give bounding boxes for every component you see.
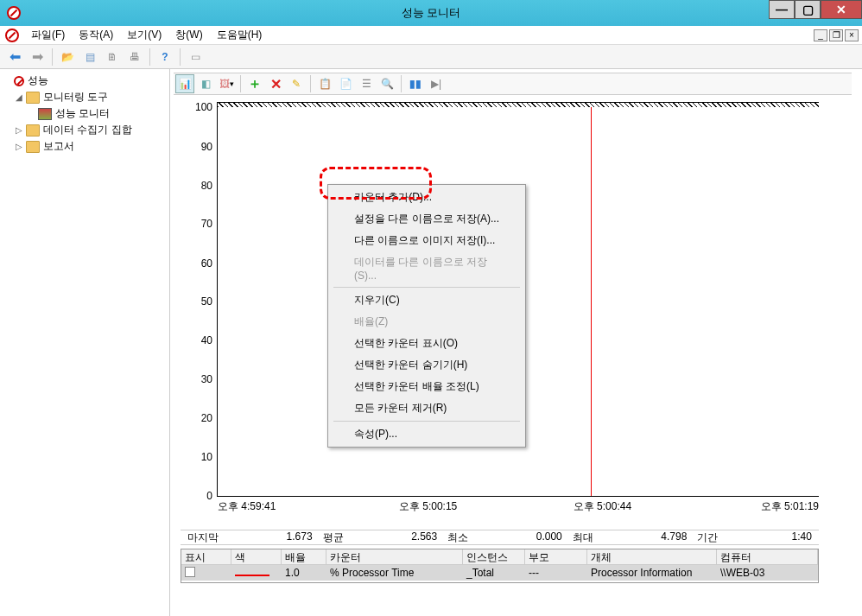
tree-perf-monitor[interactable]: 성능 모니터 <box>3 105 166 122</box>
menu-file[interactable]: 파일(F) <box>24 26 72 44</box>
panel-icon[interactable]: ▤ <box>80 48 99 67</box>
y-tick: 20 <box>201 412 212 424</box>
ctx-save-settings-as[interactable]: 설정을 다른 이름으로 저장(A)... <box>330 208 523 230</box>
view-current-button[interactable]: 📊 <box>175 74 194 93</box>
cell-object: Processor Information <box>587 566 717 580</box>
expand-icon[interactable]: ▷ <box>16 142 26 151</box>
menu-view[interactable]: 보기(V) <box>120 26 168 44</box>
ctx-show-selected[interactable]: 선택한 카운터 표시(O) <box>330 333 523 354</box>
collapse-icon[interactable]: ◢ <box>16 92 26 102</box>
ctx-scale: 배율(Z) <box>330 311 523 333</box>
ctx-properties[interactable]: 속성(P)... <box>330 423 523 445</box>
col-color[interactable]: 색 <box>231 549 282 564</box>
col-counter[interactable]: 카운터 <box>326 549 463 564</box>
mdi-restore[interactable]: ❐ <box>829 29 843 41</box>
ctx-hide-selected[interactable]: 선택한 카운터 숨기기(H) <box>330 354 523 376</box>
y-tick: 70 <box>201 218 212 230</box>
menubar-app-icon <box>5 29 19 42</box>
freeze-button[interactable]: ▮▮ <box>406 74 425 93</box>
highlight-button[interactable]: ✎ <box>287 74 306 93</box>
stat-avg-label: 평균 <box>323 530 344 545</box>
titlebar: 성능 모니터 — ▢ ✕ <box>0 0 862 26</box>
mdi-close[interactable]: × <box>845 29 859 41</box>
cell-computer: \\WEB-03 <box>717 566 818 580</box>
menubar: 파일(F) 동작(A) 보기(V) 창(W) 도움말(H) _ ❐ × <box>0 26 862 45</box>
tree-monitoring-tools[interactable]: ◢ 모니터링 도구 <box>3 89 166 105</box>
col-instance[interactable]: 인스턴스 <box>463 549 525 564</box>
y-tick: 60 <box>201 257 212 270</box>
window-title: 성능 모니터 <box>402 5 461 21</box>
folder-icon <box>26 92 40 104</box>
tree-root[interactable]: 성능 <box>3 73 166 89</box>
counter-grid: 표시 색 배율 카운터 인스턴스 부모 개체 컴퓨터 1.0 % Process… <box>181 549 819 583</box>
stat-last-value: 1.673 <box>287 530 313 545</box>
stat-duration-label: 기간 <box>697 530 718 545</box>
ctx-save-image-as[interactable]: 다른 이름으로 이미지 저장(I)... <box>330 230 523 251</box>
back-button[interactable]: ⬅ <box>5 48 24 67</box>
col-parent[interactable]: 부모 <box>525 549 587 564</box>
ctx-clear[interactable]: 지우기(C) <box>330 289 523 311</box>
content-panel: 📊 ◧ 🖼▾ ＋ ✕ ✎ 📋 📄 ☰ 🔍 ▮▮ ▶| 100 90 80 70 <box>170 69 862 616</box>
window-controls: — ▢ ✕ <box>769 0 862 19</box>
menu-action[interactable]: 동작(A) <box>72 26 120 44</box>
stat-min-label: 최소 <box>447 530 468 545</box>
delete-button[interactable]: ✕ <box>266 74 285 93</box>
x-tick: 오후 5:00:15 <box>399 499 457 514</box>
col-show[interactable]: 표시 <box>181 549 231 564</box>
stat-duration-value: 1:40 <box>792 530 812 545</box>
help-icon[interactable]: ? <box>155 48 174 67</box>
stats-row: 마지막1.673 평균2.563 최소0.000 최대4.798 기간1:40 <box>181 530 819 545</box>
cell-parent: --- <box>525 566 587 580</box>
view-type-button[interactable]: 🖼▾ <box>217 74 236 93</box>
print-icon[interactable]: 🖶 <box>125 48 144 67</box>
open-icon[interactable]: 📂 <box>58 48 77 67</box>
y-tick: 80 <box>201 180 212 192</box>
stat-last-label: 마지막 <box>187 530 219 545</box>
add-button[interactable]: ＋ <box>245 74 264 93</box>
mdi-controls: _ ❐ × <box>814 29 859 41</box>
col-scale[interactable]: 배율 <box>282 549 326 564</box>
table-row[interactable]: 1.0 % Processor Time _Total --- Processo… <box>181 565 818 581</box>
ctx-remove-all[interactable]: 모든 카운터 제거(R) <box>330 397 523 419</box>
x-tick: 오후 5:01:19 <box>761 499 819 514</box>
forward-button[interactable]: ➡ <box>28 48 47 67</box>
minimize-button[interactable]: — <box>769 0 795 19</box>
app-icon <box>7 6 21 20</box>
copy-button[interactable]: 📋 <box>315 74 334 93</box>
cell-counter: % Processor Time <box>326 566 463 580</box>
show-checkbox[interactable] <box>185 567 195 577</box>
view-log-button[interactable]: ◧ <box>196 74 215 93</box>
context-menu: 카운터 추가(D)... 설정을 다른 이름으로 저장(A)... 다른 이름으… <box>327 184 526 448</box>
tree-reports[interactable]: ▷ 보고서 <box>3 138 166 155</box>
doc-icon[interactable]: 🗎 <box>103 48 122 67</box>
ctx-separator <box>333 421 520 422</box>
close-button[interactable]: ✕ <box>821 0 862 19</box>
update-button[interactable]: ▶| <box>427 74 446 93</box>
zoom-button[interactable]: 🔍 <box>377 74 396 93</box>
y-tick: 10 <box>201 451 212 463</box>
maximize-button[interactable]: ▢ <box>795 0 821 19</box>
time-cursor <box>591 107 592 496</box>
menu-window[interactable]: 창(W) <box>168 26 209 44</box>
col-computer[interactable]: 컴퓨터 <box>717 549 818 564</box>
ctx-adjust-scale[interactable]: 선택한 카운터 배율 조정(L) <box>330 376 523 397</box>
col-object[interactable]: 개체 <box>587 549 717 564</box>
properties-button[interactable]: ☰ <box>357 74 376 93</box>
y-tick: 100 <box>195 101 212 113</box>
paste-button[interactable]: 📄 <box>336 74 355 93</box>
expand-icon[interactable]: ▷ <box>16 125 26 135</box>
stat-avg-value: 2.563 <box>411 530 437 545</box>
toolbar: ⬅ ➡ 📂 ▤ 🗎 🖶 ? ▭ <box>0 45 862 69</box>
folder-icon <box>26 124 40 137</box>
content-toolbar: 📊 ◧ 🖼▾ ＋ ✕ ✎ 📋 📄 ☰ 🔍 ▮▮ ▶| <box>174 73 852 95</box>
window-icon[interactable]: ▭ <box>186 48 205 67</box>
menu-help[interactable]: 도움말(H) <box>210 26 269 44</box>
mdi-minimize[interactable]: _ <box>814 29 827 41</box>
ctx-add-counter[interactable]: 카운터 추가(D)... <box>330 187 523 208</box>
tree-data-collector[interactable]: ▷ 데이터 수집기 집합 <box>3 122 166 138</box>
perf-icon <box>14 76 24 86</box>
stat-max-label: 최대 <box>573 530 593 545</box>
cell-instance: _Total <box>463 566 525 580</box>
folder-icon <box>26 141 40 153</box>
y-tick: 30 <box>201 373 212 385</box>
